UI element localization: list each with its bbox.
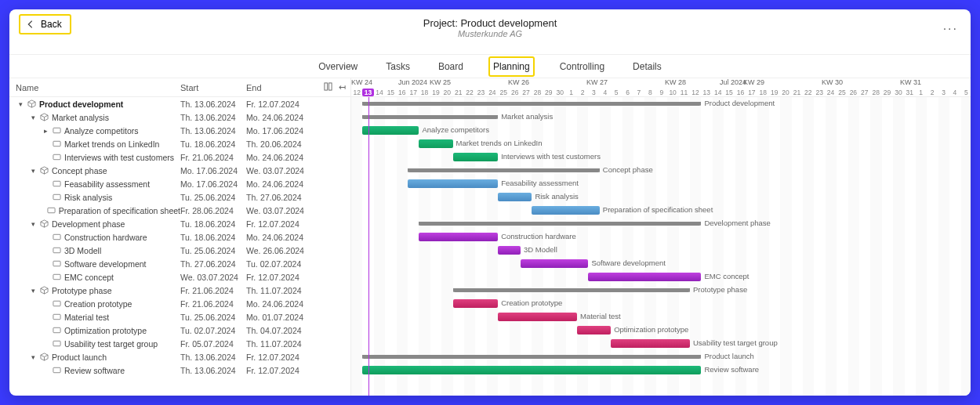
day-cell[interactable]: 30 [554, 89, 565, 96]
expand-caret-icon[interactable]: ▾ [30, 114, 36, 121]
columns-icon[interactable] [324, 82, 332, 92]
task-bar[interactable] [521, 259, 588, 268]
summary-bar[interactable] [408, 168, 600, 172]
day-cell[interactable]: 26 [509, 89, 520, 96]
tab-details[interactable]: Details [630, 58, 665, 75]
day-cell[interactable]: 30 [893, 89, 904, 96]
day-cell[interactable]: 13 [362, 89, 373, 96]
day-cell[interactable]: 29 [881, 89, 892, 96]
day-cell[interactable]: 4 [949, 89, 960, 96]
day-cell[interactable]: 2 [927, 89, 938, 96]
day-cell[interactable]: 15 [724, 89, 735, 96]
day-cell[interactable]: 2 [577, 89, 588, 96]
day-cell[interactable]: 12 [351, 89, 362, 96]
task-bar[interactable] [453, 153, 499, 161]
day-cell[interactable]: 16 [735, 89, 746, 96]
expand-caret-icon[interactable]: ▾ [30, 220, 36, 228]
day-cell[interactable]: 28 [870, 89, 881, 96]
day-cell[interactable]: 10 [667, 89, 678, 96]
day-cell[interactable]: 20 [780, 89, 791, 96]
day-cell[interactable]: 27 [859, 89, 870, 96]
day-cell[interactable]: 5 [960, 89, 971, 96]
table-row[interactable]: Usability test target groupFr. 05.07.202… [9, 337, 350, 350]
task-bar[interactable] [362, 126, 419, 135]
expand-caret-icon[interactable]: ▾ [30, 353, 36, 361]
table-row[interactable]: Creation prototypeFr. 21.06.2024Mo. 24.0… [9, 297, 350, 310]
day-cell[interactable]: 24 [487, 89, 498, 96]
day-cell[interactable]: 20 [441, 89, 452, 96]
day-cell[interactable]: 24 [825, 89, 836, 96]
table-row[interactable]: Material testTu. 25.06.2024Mo. 01.07.202… [9, 310, 350, 324]
table-row[interactable]: ▾Product launchTh. 13.06.2024Fr. 12.07.2… [9, 350, 350, 363]
day-cell[interactable]: 17 [746, 89, 757, 96]
table-row[interactable]: Construction hardwareTu. 18.06.2024Mo. 2… [9, 230, 350, 244]
expand-caret-icon[interactable]: ▾ [30, 287, 36, 295]
col-end[interactable]: End [246, 83, 312, 92]
day-cell[interactable]: 13 [701, 89, 712, 96]
task-bar[interactable] [453, 299, 499, 308]
table-row[interactable]: ▾Prototype phaseFr. 21.06.2024Th. 11.07.… [9, 284, 350, 297]
table-row[interactable]: ▾Development phaseTu. 18.06.2024Fr. 12.0… [9, 217, 350, 230]
table-row[interactable]: ▾Market analysisTh. 13.06.2024Mo. 24.06.… [9, 110, 350, 124]
summary-bar[interactable] [362, 115, 498, 119]
day-cell[interactable]: 15 [385, 89, 396, 96]
more-menu-button[interactable]: ··· [943, 22, 958, 36]
day-cell[interactable]: 26 [848, 89, 858, 96]
col-name[interactable]: Name [14, 83, 180, 92]
summary-bar[interactable] [419, 222, 701, 226]
day-cell[interactable]: 27 [521, 89, 532, 96]
table-row[interactable]: Interviews with test customersFr. 21.06.… [9, 150, 350, 164]
day-cell[interactable]: 23 [475, 89, 486, 96]
day-cell[interactable]: 8 [644, 89, 655, 96]
day-cell[interactable]: 14 [374, 89, 385, 96]
tab-tasks[interactable]: Tasks [383, 58, 413, 75]
table-row[interactable]: ▾Concept phaseMo. 17.06.2024We. 03.07.20… [9, 164, 350, 177]
table-row[interactable]: Market trends on LinkedInTu. 18.06.2024T… [9, 137, 350, 150]
task-bar[interactable] [498, 313, 577, 321]
table-row[interactable]: Risk analysisTu. 25.06.2024Th. 27.06.202… [9, 190, 350, 204]
table-row[interactable]: Optimization prototypeTu. 02.07.2024Th. … [9, 324, 350, 337]
day-cell[interactable]: 4 [600, 89, 611, 96]
day-cell[interactable]: 23 [814, 89, 825, 96]
day-cell[interactable]: 31 [904, 89, 915, 96]
day-cell[interactable]: 25 [837, 89, 848, 96]
table-row[interactable]: Feasability assessmentMo. 17.06.2024Mo. … [9, 177, 350, 190]
day-cell[interactable]: 3 [588, 89, 599, 96]
day-cell[interactable]: 3 [938, 89, 949, 96]
table-row[interactable]: Software developmentTh. 27.06.2024Tu. 02… [9, 257, 350, 270]
table-row[interactable]: Review softwareTh. 13.06.2024Fr. 12.07.2… [9, 363, 350, 377]
day-cell[interactable]: 25 [498, 89, 509, 96]
table-row[interactable]: EMC conceptWe. 03.07.2024Fr. 12.07.2024 [9, 270, 350, 284]
day-cell[interactable]: 12 [690, 89, 701, 96]
back-button[interactable]: Back [19, 14, 71, 34]
task-bar[interactable] [532, 206, 599, 215]
day-cell[interactable]: 14 [713, 89, 724, 96]
task-bar[interactable] [362, 366, 701, 374]
expand-caret-icon[interactable]: ▾ [30, 167, 36, 175]
table-row[interactable]: ▸Analyze competitorsTh. 13.06.2024Mo. 17… [9, 124, 350, 137]
task-bar[interactable] [408, 179, 498, 188]
table-row[interactable]: ▾Product developmentTh. 13.06.2024Fr. 12… [9, 97, 350, 110]
tab-controlling[interactable]: Controlling [557, 58, 608, 75]
day-cell[interactable]: 28 [532, 89, 543, 96]
day-cell[interactable]: 21 [791, 89, 802, 96]
task-bar[interactable] [419, 139, 452, 148]
table-row[interactable]: Preparation of specification sheetFr. 28… [9, 204, 350, 217]
tab-overview[interactable]: Overview [315, 58, 361, 75]
task-bar[interactable] [498, 246, 521, 255]
day-cell[interactable]: 22 [464, 89, 475, 96]
day-cell[interactable]: 19 [430, 89, 441, 96]
col-start[interactable]: Start [180, 83, 246, 92]
day-cell[interactable]: 9 [656, 89, 667, 96]
table-row[interactable]: 3D ModellTu. 25.06.2024We. 26.06.2024 [9, 244, 350, 257]
day-cell[interactable]: 29 [543, 89, 554, 96]
summary-bar[interactable] [362, 102, 701, 106]
tab-board[interactable]: Board [435, 58, 466, 75]
tab-planning[interactable]: Planning [488, 56, 535, 77]
gantt-chart[interactable]: Product developmentMarket analysisAnalyz… [351, 97, 971, 396]
summary-bar[interactable] [453, 288, 690, 292]
task-bar[interactable] [419, 233, 498, 241]
expand-caret-icon[interactable]: ▸ [42, 127, 49, 135]
day-cell[interactable]: 18 [419, 89, 430, 96]
task-bar[interactable] [611, 339, 690, 348]
